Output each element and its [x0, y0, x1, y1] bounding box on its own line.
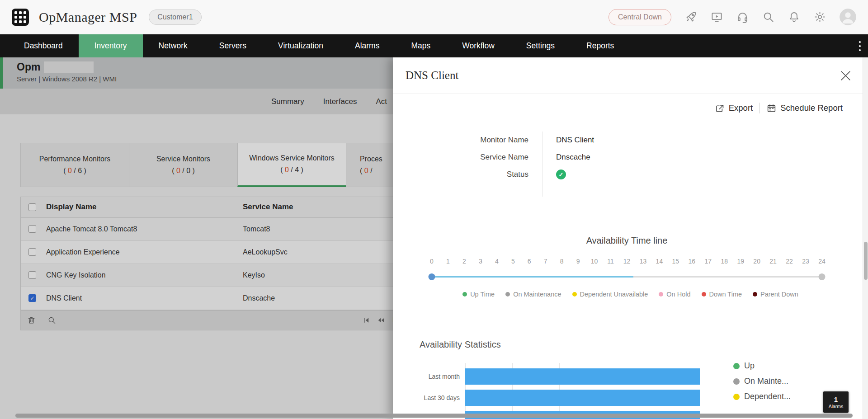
nav-item-inventory[interactable]: Inventory	[79, 34, 143, 57]
rocket-icon[interactable]	[685, 11, 697, 23]
timeline-handle-end[interactable]	[819, 273, 826, 280]
alarms-label: Alarms	[829, 404, 844, 409]
training-videos-icon[interactable]	[711, 11, 723, 23]
legend-item: Parent Down	[753, 291, 798, 298]
chart-rows: Last monthLast 30 days	[393, 366, 868, 419]
availability-bar	[465, 390, 700, 406]
timeline-tick: 18	[721, 258, 728, 265]
on-maintenance-dot	[505, 292, 510, 297]
availability-timeline-slider[interactable]	[432, 273, 822, 280]
timeline-tick: 10	[591, 258, 598, 265]
notifications-bell-icon[interactable]	[788, 11, 800, 23]
horizontal-scrollbar[interactable]	[15, 414, 853, 418]
detail-label: Status	[406, 170, 542, 179]
chart-legend-item: Up	[733, 361, 791, 371]
search-icon[interactable]	[762, 11, 774, 23]
dependent-unavailable-dot	[572, 292, 577, 297]
avatar[interactable]	[840, 9, 856, 25]
timeline-tick: 0	[430, 258, 434, 265]
detail-value: DNS Client	[542, 136, 594, 145]
content-area: Opm Server | Windows 2008 R2 | WMI Summa…	[0, 57, 868, 419]
timeline-tick: 1	[446, 258, 450, 265]
legend-label: Up Time	[470, 291, 495, 298]
gear-icon[interactable]	[814, 11, 826, 23]
detail-row: Monitor NameDNS Client	[406, 132, 731, 149]
central-status-button[interactable]: Central Down	[609, 9, 671, 25]
updot	[733, 363, 740, 369]
dependent-dot	[733, 394, 740, 400]
timeline-tick: 23	[802, 258, 809, 265]
details-divider	[542, 132, 543, 197]
timeline-ticks: 0123456789101112131415161718192021222324	[432, 258, 822, 266]
timeline-tick: 16	[689, 258, 696, 265]
chart-row: Last month	[393, 366, 868, 387]
timeline-tick: 8	[560, 258, 564, 265]
nav-item-virtualization[interactable]: Virtualization	[262, 34, 339, 57]
nav-item-workflow[interactable]: Workflow	[446, 34, 510, 57]
nav-item-servers[interactable]: Servers	[203, 34, 262, 57]
timeline-legend: Up TimeOn MaintenanceDependent Unavailab…	[393, 291, 868, 298]
timeline-handle-start[interactable]	[429, 273, 435, 280]
close-icon[interactable]	[840, 71, 851, 81]
alarms-count: 1	[834, 395, 838, 403]
vertical-scrollbar[interactable]	[863, 57, 868, 419]
legend-item: Down Time	[702, 291, 742, 298]
timeline-tick: 9	[576, 258, 580, 265]
chart-legend-label: On Mainte...	[744, 377, 788, 386]
detail-label: Monitor Name	[406, 136, 542, 145]
nav-item-maps[interactable]: Maps	[395, 34, 446, 57]
chart-legend-label: Up	[744, 361, 755, 371]
export-label: Export	[729, 103, 753, 113]
down-time-dot	[702, 292, 706, 297]
export-button[interactable]: Export	[715, 103, 753, 113]
support-headset-icon[interactable]	[736, 11, 749, 23]
alarms-badge[interactable]: 1 Alarms	[823, 391, 849, 413]
nav-item-alarms[interactable]: Alarms	[339, 34, 395, 57]
bar-area	[465, 390, 700, 406]
legend-label: Down Time	[709, 291, 742, 298]
availability-bar-chart: Last monthLast 30 days	[393, 363, 868, 419]
timeline-tick: 17	[704, 258, 712, 265]
status-up-icon: ✓	[556, 169, 566, 179]
timeline-tick: 14	[656, 258, 663, 265]
legend-label: On Maintenance	[513, 291, 561, 298]
legend-item: Up Time	[462, 291, 495, 298]
timeline-tick: 13	[640, 258, 647, 265]
overflow-menu-icon[interactable]	[856, 34, 863, 57]
customer-badge[interactable]: Customer1	[149, 9, 201, 25]
nav-item-network[interactable]: Network	[143, 34, 203, 57]
detail-row: Service NameDnscache	[406, 149, 731, 166]
detail-value: ✓	[542, 169, 566, 179]
timeline-tick: 21	[769, 258, 777, 265]
stats-title: Availability Statistics	[420, 339, 501, 350]
parent-down-dot	[753, 292, 757, 297]
detail-rows: Monitor NameDNS ClientService NameDnscac…	[406, 132, 731, 183]
nav-item-settings[interactable]: Settings	[510, 34, 571, 57]
timeline-tick: 5	[511, 258, 515, 265]
detail-value: Dnscache	[542, 153, 590, 162]
chart-legend: UpOn Mainte...Dependent...	[733, 361, 791, 407]
timeline-tick: 12	[623, 258, 631, 265]
timeline-active-segment	[432, 276, 633, 278]
timeline-tick: 15	[672, 258, 679, 265]
bar-area	[465, 368, 700, 385]
main-nav: DashboardInventoryNetworkServersVirtuali…	[0, 34, 868, 57]
schedule-report-button[interactable]: Schedule Report	[767, 103, 843, 113]
chart-category-label: Last 30 days	[393, 394, 465, 401]
timeline-tick: 11	[607, 258, 614, 265]
timeline-tick: 19	[737, 258, 744, 265]
timeline-title: Availability Time line	[432, 235, 822, 246]
apps-grid-icon[interactable]	[12, 9, 29, 26]
vertical-scrollbar-thumb[interactable]	[864, 242, 868, 280]
nav-item-dashboard[interactable]: Dashboard	[8, 34, 79, 57]
nav-item-reports[interactable]: Reports	[571, 34, 630, 57]
topbar-actions: Central Down	[609, 9, 856, 25]
on-hold-dot	[659, 292, 663, 297]
legend-label: Dependent Unavailable	[580, 291, 648, 298]
timeline-tick: 4	[495, 258, 499, 265]
chart-row: Last 30 days	[393, 387, 868, 408]
detail-label: Service Name	[406, 153, 542, 162]
drawer-actions: Export Schedule Report	[715, 103, 843, 113]
timeline-tick: 20	[753, 258, 760, 265]
actions-divider	[760, 103, 760, 113]
